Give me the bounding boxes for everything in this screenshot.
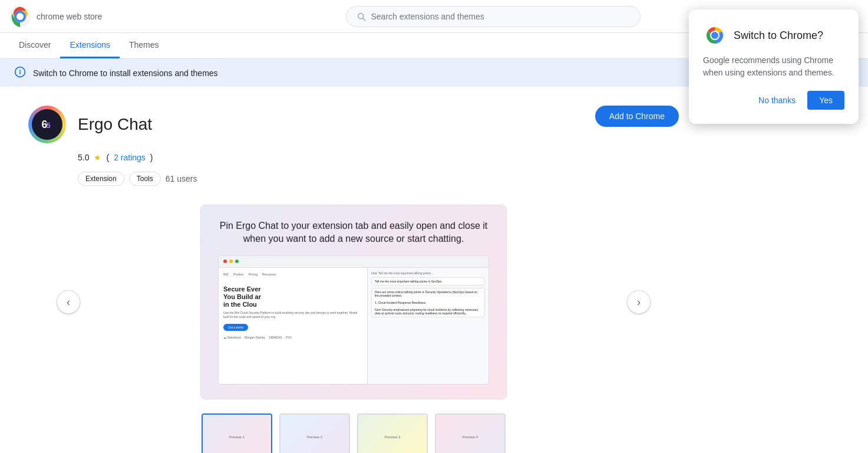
screenshot-left-panel: WIZProductPricingResources Secure EverYo… — [219, 268, 367, 384]
chrome-web-store-logo — [9, 6, 31, 27]
extension-title: Ergo Chat — [78, 115, 152, 134]
extension-icon-inner: 6 5 — [32, 109, 62, 140]
svg-text:5: 5 — [46, 121, 50, 130]
switch-to-chrome-popup: Switch to Chrome? Google recommends usin… — [679, 0, 868, 133]
thumb-inner-3: Preview 3 — [358, 415, 427, 453]
browser-dot-red — [223, 260, 227, 263]
add-to-chrome-button[interactable]: Add to Chrome — [595, 106, 679, 127]
tag-tools: Tools — [129, 172, 161, 186]
browser-dot-green — [235, 260, 239, 263]
logo-text: chrome web store — [37, 12, 102, 21]
popup-title: Switch to Chrome? — [734, 29, 823, 42]
carousel-main-image: Pin Ergo Chat to your extension tab and … — [200, 205, 507, 399]
carousel: ‹ Pin Ergo Chat to your extension tab an… — [28, 205, 679, 399]
screenshot-headline: Secure EverYou Build arin the Clou — [223, 285, 362, 309]
ratings-link[interactable]: 2 ratings — [114, 153, 146, 162]
screenshot-body: WIZProductPricingResources Secure EverYo… — [219, 268, 489, 384]
carousel-next-button[interactable]: › — [627, 290, 651, 314]
chat-prompt-message: Tell me the most important talking point… — [371, 277, 485, 285]
no-thanks-button[interactable]: No thanks — [751, 91, 803, 110]
nav-discover[interactable]: Discover — [9, 33, 60, 58]
screenshot-cta: Get a demo — [223, 324, 248, 331]
chat-response-message: Here are some critical talking points in… — [371, 288, 485, 317]
popup-header: Switch to Chrome? — [703, 24, 844, 47]
thumb-inner-1: Preview 1 — [203, 415, 271, 453]
carousel-screenshot: WIZProductPricingResources Secure EverYo… — [218, 255, 489, 385]
rating-paren-close: ) — [150, 153, 153, 162]
extension-icon-bg: 6 5 — [28, 106, 66, 143]
screenshot-right-panel: chat: Tell me the most important talking… — [367, 268, 489, 384]
thumbnail-1[interactable]: Preview 1 — [202, 413, 272, 453]
rating-paren-open: ( — [106, 153, 109, 162]
logo-area: chrome web store — [9, 6, 127, 27]
extension-info: 6 5 Ergo Chat — [28, 106, 152, 143]
thumbnail-2[interactable]: Preview 2 — [279, 413, 350, 453]
main-content: 6 5 Ergo Chat Add to Chrome 5.0 ★ ( 2 ra… — [0, 87, 707, 453]
carousel-caption: Pin Ergo Chat to your extension tab and … — [215, 219, 492, 246]
info-icon — [14, 66, 26, 80]
star-icon: ★ — [94, 153, 101, 162]
search-input[interactable] — [371, 12, 631, 21]
thumb-inner-2: Preview 2 — [280, 415, 349, 453]
tags-row: Extension Tools 61 users — [78, 172, 679, 186]
carousel-prev-button[interactable]: ‹ — [57, 290, 80, 314]
tag-extension: Extension — [78, 172, 124, 186]
screenshot-sub: Use the Wiz Cloud Security Platform to b… — [223, 311, 362, 319]
browser-bar — [219, 256, 489, 268]
yes-button[interactable]: Yes — [807, 91, 844, 110]
popup-actions: No thanks Yes — [703, 91, 844, 110]
ratings-row: 5.0 ★ ( 2 ratings ) — [78, 153, 679, 162]
carousel-content: Pin Ergo Chat to your extension tab and … — [201, 205, 506, 399]
browser-dot-yellow — [229, 260, 233, 263]
nav-extensions[interactable]: Extensions — [60, 33, 119, 58]
search-icon — [356, 11, 367, 22]
rating-score: 5.0 — [78, 153, 89, 162]
extension-header: 6 5 Ergo Chat Add to Chrome — [28, 106, 679, 143]
thumbnail-3[interactable]: Preview 3 — [357, 413, 428, 453]
chrome-logo-icon — [703, 24, 727, 47]
thumbnails-row: Preview 1 Preview 2 Preview 3 Preview 4 — [28, 413, 679, 453]
screenshot-logos: ☁ SalesforceMorgan StanleySIEMENSFOX — [223, 336, 362, 339]
thumb-inner-4: Preview 4 — [436, 415, 504, 453]
svg-point-2 — [16, 13, 24, 20]
popup-card: Switch to Chrome? Google recommends usin… — [689, 9, 859, 124]
popup-body: Google recommends using Chrome when usin… — [703, 54, 844, 79]
thumbnail-4[interactable]: Preview 4 — [435, 413, 506, 453]
ergo-chat-logo: 6 5 — [38, 115, 57, 134]
nav-themes[interactable]: Themes — [120, 33, 169, 58]
extension-icon: 6 5 — [28, 106, 66, 143]
search-bar[interactable] — [346, 6, 641, 27]
svg-point-8 — [711, 32, 718, 39]
users-count: 61 users — [166, 174, 197, 183]
